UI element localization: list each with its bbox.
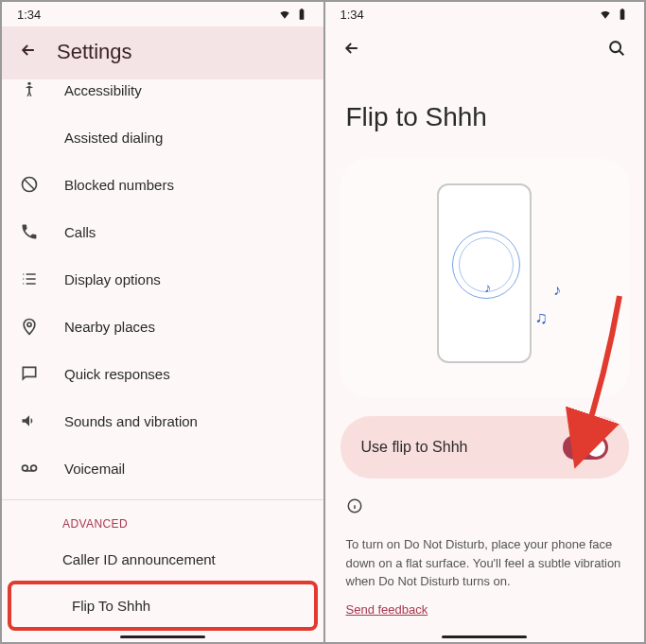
- status-icons: [599, 8, 629, 21]
- back-icon[interactable]: [19, 41, 38, 63]
- description-text: To turn on Do Not Disturb, place your ph…: [325, 518, 645, 599]
- item-label: Voicemail: [64, 461, 125, 477]
- status-bar: 1:34: [2, 2, 323, 26]
- back-icon[interactable]: [342, 39, 361, 61]
- item-flip-to-shhh[interactable]: Flip To Shhh: [11, 584, 314, 627]
- music-note-icon: ♫: [535, 308, 549, 328]
- svg-point-4: [31, 465, 37, 471]
- info-icon: [346, 497, 363, 518]
- item-calls[interactable]: Calls: [2, 208, 323, 255]
- settings-header: Settings: [2, 26, 323, 79]
- item-quick-responses[interactable]: Quick responses: [2, 350, 323, 397]
- item-assisted-dialing[interactable]: Assisted dialing: [2, 113, 323, 161]
- location-icon: [19, 316, 40, 337]
- svg-point-3: [23, 465, 28, 471]
- item-voicemail[interactable]: Voicemail: [2, 444, 323, 492]
- settings-screen: 1:34 Settings Accessibility Assisted dia…: [2, 2, 323, 642]
- illustration: ♪ ♪ ♫: [340, 159, 630, 397]
- send-feedback-link[interactable]: Send feedback: [325, 599, 645, 620]
- phone-icon: [19, 221, 40, 242]
- svg-point-5: [610, 42, 620, 52]
- message-icon: [19, 363, 40, 384]
- nav-bar[interactable]: [120, 635, 205, 638]
- item-label: Assisted dialing: [64, 130, 163, 146]
- page-title: Settings: [57, 40, 132, 64]
- info-row: [325, 479, 645, 518]
- item-display-options[interactable]: Display options: [2, 255, 323, 303]
- music-note-icon: ♪: [484, 280, 491, 295]
- wifi-icon: [599, 8, 612, 21]
- detail-header: [325, 26, 645, 74]
- advanced-section-label: ADVANCED: [2, 500, 323, 538]
- item-label: Caller ID announcement: [62, 551, 216, 567]
- svg-point-0: [27, 82, 30, 85]
- toggle-switch[interactable]: [563, 435, 608, 460]
- nav-bar[interactable]: [442, 635, 527, 638]
- status-bar: 1:34: [325, 2, 645, 26]
- item-label: Quick responses: [64, 366, 170, 382]
- item-accessibility[interactable]: Accessibility: [2, 79, 323, 113]
- item-label: Accessibility: [64, 82, 142, 98]
- item-label: Blocked numbers: [64, 177, 174, 193]
- svg-point-2: [27, 322, 31, 326]
- item-nearby-places[interactable]: Nearby places: [2, 303, 323, 350]
- highlight-annotation: Flip To Shhh: [8, 581, 318, 631]
- sound-icon: [19, 410, 40, 431]
- item-label: Calls: [64, 224, 96, 240]
- item-blocked-numbers[interactable]: Blocked numbers: [2, 161, 323, 208]
- item-sounds-vibration[interactable]: Sounds and vibration: [2, 397, 323, 444]
- item-caller-id-announcement[interactable]: Caller ID announcement: [2, 538, 323, 581]
- voicemail-icon: [19, 458, 40, 479]
- accessibility-icon: [19, 79, 40, 100]
- item-label: Display options: [64, 271, 161, 287]
- battery-icon: [616, 8, 629, 21]
- block-icon: [19, 174, 40, 195]
- page-title: Flip to Shhh: [325, 74, 645, 159]
- blank-icon: [19, 127, 40, 148]
- music-note-icon: ♪: [553, 282, 561, 299]
- settings-list: Accessibility Assisted dialing Blocked n…: [2, 79, 323, 642]
- phone-outline-graphic: ♪: [437, 183, 532, 363]
- item-label: Sounds and vibration: [64, 413, 198, 429]
- battery-icon: [295, 8, 308, 21]
- wifi-icon: [278, 8, 291, 21]
- item-label: Nearby places: [64, 319, 155, 335]
- status-time: 1:34: [17, 8, 41, 22]
- status-icons: [278, 8, 308, 21]
- item-label: Flip To Shhh: [72, 598, 150, 614]
- search-icon[interactable]: [606, 38, 627, 62]
- toggle-row[interactable]: Use flip to Shhh: [340, 416, 630, 479]
- list-icon: [19, 269, 40, 289]
- toggle-label: Use flip to Shhh: [361, 439, 468, 456]
- flip-to-shhh-screen: 1:34 Flip to Shhh ♪ ♪ ♫ Us: [323, 2, 645, 642]
- status-time: 1:34: [340, 8, 364, 22]
